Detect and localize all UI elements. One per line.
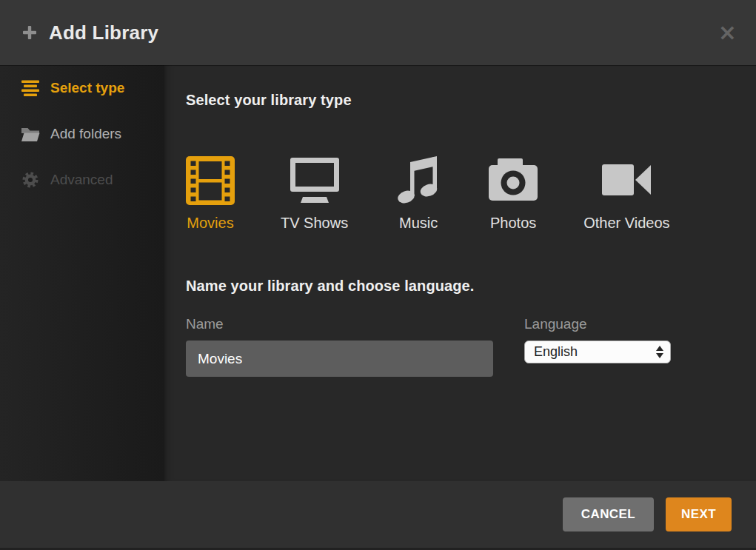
dialog-header: Add Library × <box>0 0 756 65</box>
main-content: Select your library type <box>164 65 756 481</box>
chevron-down-icon <box>656 353 663 358</box>
library-type-label: Movies <box>187 215 233 232</box>
library-type-label: Other Videos <box>583 215 669 232</box>
close-icon[interactable]: × <box>718 21 737 44</box>
sidebar-item-label: Add folders <box>50 126 121 142</box>
library-name-input[interactable] <box>186 341 493 377</box>
music-note-icon <box>394 156 443 205</box>
dialog-title: Add Library <box>49 21 158 44</box>
next-button[interactable]: NEXT <box>666 497 732 531</box>
language-field-group: Language English <box>524 316 671 377</box>
library-type-music[interactable]: Music <box>394 156 443 232</box>
camera-icon <box>489 156 538 205</box>
gear-icon <box>20 171 41 189</box>
sidebar-item-label: Advanced <box>50 172 113 188</box>
library-type-label: Music <box>399 215 438 232</box>
sidebar-item-advanced: Advanced <box>0 157 164 203</box>
library-type-movies[interactable]: Movies <box>186 156 235 232</box>
library-type-heading: Select your library type <box>186 92 756 109</box>
add-library-dialog: Add Library × Select type Add <box>0 0 756 550</box>
language-select-value: English <box>534 344 578 360</box>
library-type-label: TV Shows <box>281 215 348 232</box>
fields-row: Name Language English <box>186 316 756 377</box>
list-lines-icon <box>20 80 41 96</box>
name-field-group: Name <box>186 316 493 377</box>
tv-monitor-icon <box>290 156 339 205</box>
cancel-button[interactable]: CANCEL <box>563 497 654 531</box>
library-type-photos[interactable]: Photos <box>489 156 538 232</box>
sidebar: Select type Add folders Advanced <box>0 65 164 481</box>
sidebar-item-select-type[interactable]: Select type <box>0 65 164 111</box>
name-label: Name <box>186 316 493 332</box>
language-label: Language <box>524 316 671 332</box>
sidebar-item-label: Select type <box>50 80 124 96</box>
plus-icon <box>21 24 39 41</box>
sidebar-item-add-folders[interactable]: Add folders <box>0 111 164 157</box>
library-type-label: Photos <box>490 215 536 232</box>
select-stepper-icon <box>656 346 666 358</box>
chevron-up-icon <box>656 346 663 351</box>
language-select[interactable]: English <box>524 341 671 363</box>
folder-open-icon <box>20 127 41 142</box>
library-type-other-videos[interactable]: Other Videos <box>583 156 669 232</box>
dialog-footer: CANCEL NEXT <box>0 481 756 550</box>
video-camera-icon <box>602 156 651 205</box>
library-type-tv-shows[interactable]: TV Shows <box>281 156 348 232</box>
library-type-list: Movies TV Shows <box>186 156 756 232</box>
film-strip-icon <box>186 156 235 205</box>
name-language-heading: Name your library and choose language. <box>186 278 756 295</box>
